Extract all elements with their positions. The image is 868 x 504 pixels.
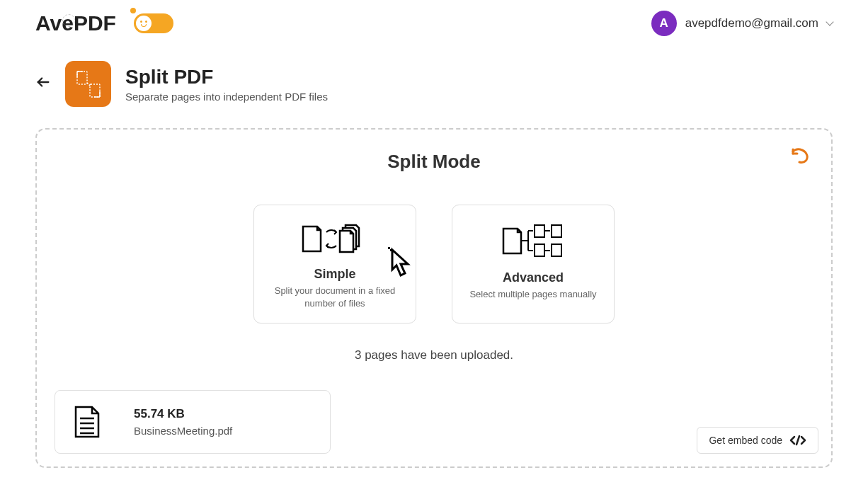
toggle-indicator-dot [130,8,136,13]
embed-code-button[interactable]: Get embed code [697,427,818,454]
user-email: avepdfdemo@gmail.com [685,16,818,30]
svg-rect-2 [90,84,100,97]
toggle-knob [136,16,152,31]
smiley-icon [139,18,149,28]
undo-icon [790,147,810,164]
page-subtitle: Separate pages into independent PDF file… [125,91,328,103]
logo[interactable]: AvePDF [35,11,116,35]
document-icon [72,404,102,440]
svg-rect-10 [535,244,544,256]
svg-rect-12 [552,244,561,256]
advanced-mode-icon [491,219,576,262]
split-pdf-icon [72,67,105,101]
mode-options: Simple Split your document in a fixed nu… [51,205,817,323]
simple-mode-icon [292,219,377,258]
mode-description: Select multiple pages manually [469,288,596,301]
code-icon [789,435,806,446]
header: AvePDF A avepdfdemo@gmail.com [0,0,868,47]
svg-rect-1 [77,71,87,84]
main-panel: Split Mode Simple Split your docume [35,128,833,468]
chevron-down-icon [826,18,833,25]
upload-status: 3 pages have been uploaded. [51,348,817,362]
svg-rect-7 [535,225,544,237]
page-title: Split PDF [125,66,328,88]
mode-title: Simple [314,267,355,282]
mode-advanced[interactable]: Advanced Select multiple pages manually [452,205,615,323]
mode-simple[interactable]: Simple Split your document in a fixed nu… [253,205,416,323]
title-group: Split PDF Separate pages into independen… [125,66,328,103]
tool-icon [65,61,111,107]
arrow-left-icon [35,74,51,90]
svg-rect-9 [552,225,561,237]
file-info: 55.74 KB BusinessMeeting.pdf [134,407,232,437]
logo-section: AvePDF [35,11,173,35]
avatar: A [651,11,677,36]
svg-line-17 [796,436,799,445]
page-header: Split PDF Separate pages into independen… [0,47,868,121]
theme-toggle[interactable] [134,13,173,33]
file-name: BusinessMeeting.pdf [134,425,232,437]
mode-description: Split your document in a fixed number of… [265,285,405,310]
undo-button[interactable] [790,147,810,167]
section-title: Split Mode [51,151,817,173]
file-card[interactable]: 55.74 KB BusinessMeeting.pdf [55,390,331,454]
mode-title: Advanced [503,270,564,285]
back-button[interactable] [35,74,51,94]
embed-label: Get embed code [709,435,782,446]
theme-toggle-container [134,13,173,33]
file-size: 55.74 KB [134,407,232,421]
user-menu[interactable]: A avepdfdemo@gmail.com [651,11,833,36]
